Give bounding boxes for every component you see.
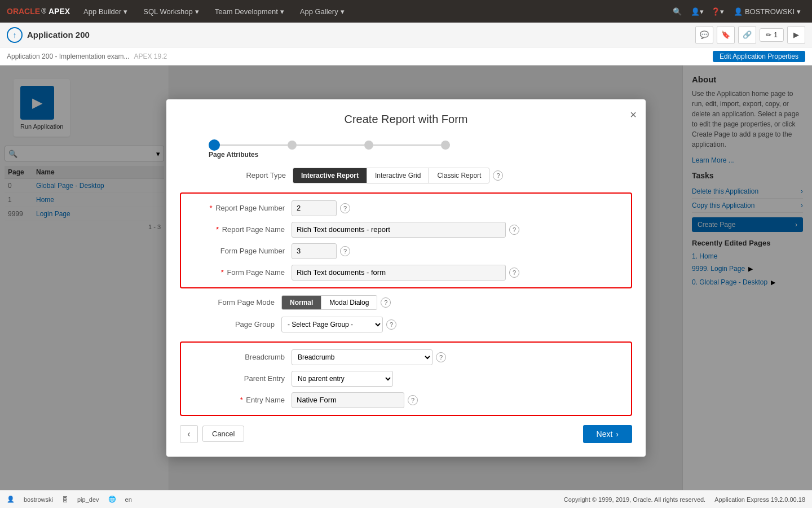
entry-name-row: * Entry Name ? bbox=[190, 392, 622, 408]
report-page-name-help-icon[interactable]: ? bbox=[509, 225, 519, 235]
report-type-label: Report Type bbox=[225, 171, 293, 179]
page-group-row: Page Group - Select Page Group - ? bbox=[180, 317, 632, 332]
status-version: Application Express 19.2.0.00.18 bbox=[714, 496, 805, 503]
status-copyright: Copyright © 1999, 2019, Oracle. All righ… bbox=[564, 496, 705, 503]
nav-icons-group: 🔍 👤▾ ❓▾ 👤 BOSTROWSKI ▾ bbox=[668, 2, 805, 20]
edit-application-button[interactable]: Edit Application Properties bbox=[713, 51, 805, 62]
page-group-select[interactable]: - Select Page Group - bbox=[281, 317, 383, 332]
parent-entry-label: Parent Entry bbox=[190, 374, 292, 383]
main-content: ▶ Run Application 🔍 ▾ Page Name 0 Global… bbox=[0, 65, 812, 490]
form-page-mode-help-icon[interactable]: ? bbox=[381, 297, 391, 308]
secondary-toolbar: ↑ Application 200 💬 🔖 🔗 ✏ 1 ▶ bbox=[0, 23, 812, 47]
breadcrumb-help-icon[interactable]: ? bbox=[436, 352, 446, 362]
status-bar: 👤 bostrowski 🗄 pip_dev 🌐 en Copyright © … bbox=[0, 490, 812, 508]
wizard-step-4 bbox=[441, 141, 450, 150]
footer-left-buttons: ‹ Cancel bbox=[180, 425, 244, 443]
parent-entry-row: Parent Entry No parent entry bbox=[190, 371, 622, 387]
oracle-text: ORACLE bbox=[7, 7, 40, 16]
secondary-icons: 💬 🔖 🔗 ✏ 1 ▶ bbox=[695, 26, 805, 44]
nav-app-gallery[interactable]: App Gallery ▾ bbox=[293, 0, 351, 23]
status-user: bostrowski bbox=[24, 496, 53, 503]
edit-button[interactable]: ✏ 1 bbox=[760, 28, 784, 42]
form-page-mode-label: Form Page Mode bbox=[180, 298, 281, 306]
page-group-label: Page Group bbox=[180, 320, 281, 329]
report-type-classic[interactable]: Classic Report bbox=[429, 168, 489, 183]
form-page-mode-row: Form Page Mode Normal Modal Dialog ? bbox=[180, 295, 632, 310]
modal-footer: ‹ Cancel Next › bbox=[180, 425, 632, 443]
form-page-number-input[interactable] bbox=[292, 243, 337, 259]
breadcrumb-row: Breadcrumb Breadcrumb ? bbox=[190, 349, 622, 365]
wizard-step-3 bbox=[364, 141, 373, 150]
entry-name-help-icon[interactable]: ? bbox=[408, 395, 418, 405]
help-icon[interactable]: ❓▾ bbox=[709, 2, 727, 20]
modal-overlay: Create Report with Form × Page Attribute… bbox=[0, 65, 812, 490]
breadcrumb-field-label: Breadcrumb bbox=[190, 353, 292, 361]
next-button[interactable]: Next › bbox=[583, 425, 632, 443]
modal-close-button[interactable]: × bbox=[630, 108, 637, 121]
nav-sql-workshop[interactable]: SQL Workshop ▾ bbox=[136, 0, 205, 23]
form-page-name-help-icon[interactable]: ? bbox=[509, 268, 519, 278]
report-page-number-help-icon[interactable]: ? bbox=[340, 203, 350, 213]
status-locale: en bbox=[125, 496, 132, 503]
nav-team-development[interactable]: Team Development ▾ bbox=[208, 0, 291, 23]
share-icon[interactable]: 🔗 bbox=[738, 26, 756, 44]
modal-dialog: Create Report with Form × Page Attribute… bbox=[166, 99, 646, 457]
mode-modal-button[interactable]: Modal Dialog bbox=[321, 296, 377, 309]
top-navigation: ORACLE ® APEX App Builder ▾ SQL Workshop… bbox=[0, 0, 812, 23]
app-title: Application 200 bbox=[27, 30, 90, 40]
chat-icon[interactable]: 💬 bbox=[695, 26, 713, 44]
report-page-number-row: * Report Page Number ? bbox=[190, 200, 622, 216]
user-menu-icon[interactable]: 👤▾ bbox=[689, 2, 707, 20]
apex-text: APEX bbox=[48, 7, 70, 16]
report-page-name-row: * Report Page Name ? bbox=[190, 222, 622, 238]
report-type-buttons: Interactive Report Interactive Grid Clas… bbox=[293, 168, 489, 183]
report-page-name-label: * Report Page Name bbox=[190, 225, 292, 234]
form-page-number-label: Form Page Number bbox=[190, 247, 292, 255]
report-page-number-label: * Report Page Number bbox=[190, 204, 292, 212]
report-page-name-input[interactable] bbox=[292, 222, 506, 238]
report-type-row: Report Type Interactive Report Interacti… bbox=[180, 168, 632, 183]
bookmark-icon[interactable]: 🔖 bbox=[717, 26, 735, 44]
oracle-logo: ORACLE ® APEX bbox=[7, 7, 70, 16]
report-type-interactive[interactable]: Interactive Report bbox=[293, 168, 367, 183]
user-profile[interactable]: 👤 BOSTROWSKI ▾ bbox=[729, 7, 805, 16]
breadcrumb-section: Breadcrumb Breadcrumb ? Parent Entry No … bbox=[180, 341, 632, 416]
run-icon[interactable]: ▶ bbox=[787, 26, 805, 44]
status-db: pip_dev bbox=[77, 496, 99, 503]
mode-normal-button[interactable]: Normal bbox=[282, 296, 321, 309]
form-page-mode-toggle: Normal Modal Dialog bbox=[281, 295, 377, 310]
search-icon[interactable]: 🔍 bbox=[668, 2, 686, 20]
form-page-name-row: * Form Page Name ? bbox=[190, 265, 622, 281]
modal-title: Create Report with Form bbox=[180, 113, 632, 126]
breadcrumb-bar: Application 200 - Implementation exam...… bbox=[0, 47, 812, 65]
form-page-number-row: Form Page Number ? bbox=[190, 243, 622, 259]
wizard-steps: Page Attributes bbox=[180, 139, 632, 159]
form-page-name-label: * Form Page Name bbox=[190, 268, 292, 277]
breadcrumb-select[interactable]: Breadcrumb bbox=[292, 349, 433, 365]
form-page-name-input[interactable] bbox=[292, 265, 506, 281]
wizard-step-1 bbox=[209, 139, 220, 151]
entry-name-input[interactable] bbox=[292, 392, 404, 408]
page-group-help-icon[interactable]: ? bbox=[386, 319, 396, 330]
breadcrumb-text: Application 200 - Implementation exam... bbox=[7, 52, 129, 60]
back-button[interactable]: ↑ bbox=[7, 27, 23, 43]
parent-entry-select[interactable]: No parent entry bbox=[292, 371, 393, 387]
step-label: Page Attributes bbox=[209, 151, 258, 159]
report-page-number-input[interactable] bbox=[292, 200, 337, 216]
report-type-grid[interactable]: Interactive Grid bbox=[367, 168, 429, 183]
page-numbers-section: * Report Page Number ? * Report Page Nam… bbox=[180, 192, 632, 288]
wizard-step-2 bbox=[288, 141, 297, 150]
nav-app-builder[interactable]: App Builder ▾ bbox=[77, 0, 134, 23]
entry-name-label: * Entry Name bbox=[190, 396, 292, 404]
cancel-button[interactable]: Cancel bbox=[202, 426, 244, 442]
form-page-number-help-icon[interactable]: ? bbox=[340, 246, 350, 256]
prev-button[interactable]: ‹ bbox=[180, 425, 198, 443]
report-type-help-icon[interactable]: ? bbox=[493, 170, 503, 181]
